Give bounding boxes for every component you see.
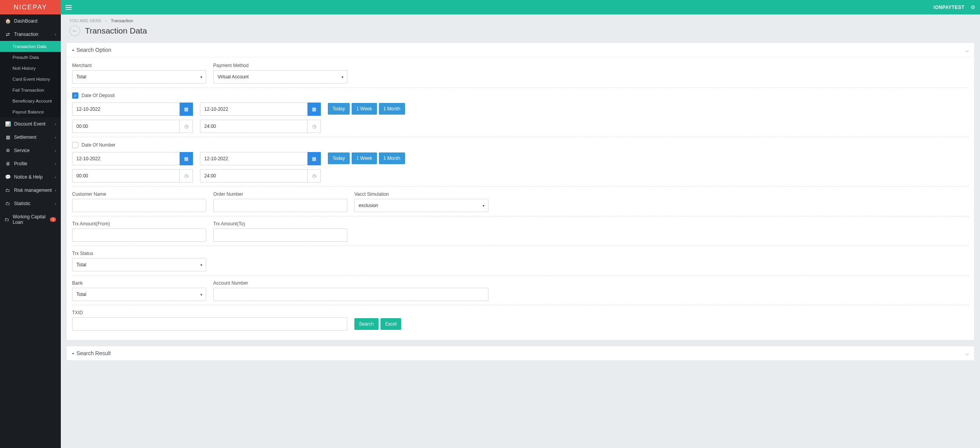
collapse-toggle[interactable]: ⌵ (966, 47, 969, 53)
payment-method-select[interactable] (213, 70, 347, 83)
trx-amount-from-input[interactable] (72, 228, 206, 242)
panel-search-result: ▪▪ Search Result ⌵ (66, 346, 975, 361)
number-week-button[interactable]: 1 Week (352, 152, 377, 164)
clock-icon[interactable]: ◷ (308, 169, 321, 182)
nav-label: Payout Balance (12, 110, 44, 114)
nav-label: DashBoard (14, 18, 37, 24)
nav-label: Risk management (14, 188, 52, 193)
page-title: Transaction Data (85, 26, 147, 35)
chevron-left-icon: ‹ (55, 175, 56, 179)
nav-label: Preauth Data (12, 55, 39, 60)
grid-icon: ▪▪ (72, 351, 73, 356)
nav-sub-preauth[interactable]: Preauth Data (0, 52, 61, 63)
date-deposit-checkbox[interactable]: ✓ (72, 92, 78, 99)
nav-sub-noti-history[interactable]: Noti History (0, 63, 61, 74)
number-from-time[interactable] (72, 169, 180, 182)
nav-dashboard[interactable]: 🏠 DashBoard (0, 14, 61, 28)
clock-icon[interactable]: ◷ (308, 120, 321, 133)
calendar-icon[interactable]: ▦ (308, 103, 321, 116)
number-month-button[interactable]: 1 Month (379, 152, 405, 164)
trx-status-select[interactable] (72, 258, 206, 271)
chevron-left-icon: ‹ (55, 188, 56, 193)
deposit-today-button[interactable]: Today (328, 103, 350, 115)
nav-service[interactable]: ⚙ Service ‹ (0, 144, 61, 157)
topbar: NICEPAY IONPAYTEST ⚙ (0, 0, 980, 14)
merchant-select[interactable] (72, 70, 206, 83)
exchange-icon: ⇄ (5, 32, 11, 37)
topbar-right: IONPAYTEST ⚙ (933, 4, 980, 10)
chart-icon: 📊 (5, 121, 11, 127)
nav-loan[interactable]: 🗀 Working Capital Loan N (0, 210, 61, 229)
deposit-month-button[interactable]: 1 Month (379, 103, 405, 115)
nav-notice[interactable]: 💬 Notice & Help ‹ (0, 170, 61, 184)
nav-risk[interactable]: 🗀 Risk management ‹ (0, 184, 61, 197)
deposit-to-time[interactable] (200, 120, 308, 133)
back-button[interactable]: ← (69, 25, 80, 36)
collapse-toggle[interactable]: ⌵ (966, 350, 969, 356)
folder-icon: 🗀 (5, 188, 11, 193)
number-today-button[interactable]: Today (328, 152, 350, 164)
chevron-left-icon: ‹ (55, 202, 56, 206)
chat-icon: 💬 (5, 174, 11, 180)
customer-name-label: Customer Name (72, 191, 206, 197)
customer-name-input[interactable] (72, 199, 206, 212)
number-from-date[interactable] (72, 152, 180, 165)
clock-icon[interactable]: ◷ (180, 169, 193, 182)
brand-logo[interactable]: NICEPAY (0, 0, 61, 14)
excel-button[interactable]: Excel (380, 318, 401, 330)
txid-label: TXID (72, 310, 347, 315)
deposit-from-time[interactable] (72, 120, 180, 133)
calendar-icon[interactable]: ▦ (180, 152, 193, 165)
merchant-label: Merchant (72, 63, 206, 68)
dashboard-icon: 🏠 (5, 18, 11, 24)
nav-discount[interactable]: 📊 Discount Event ‹ (0, 117, 61, 131)
nav-settlement[interactable]: ▦ Settlement ‹ (0, 131, 61, 144)
nav-sub-transaction-data[interactable]: Transaction Data (0, 41, 61, 52)
clock-icon[interactable]: ◷ (180, 120, 193, 133)
nav-sub-card-event[interactable]: Card Event History (0, 74, 61, 85)
calendar-icon[interactable]: ▦ (308, 152, 321, 165)
deposit-week-button[interactable]: 1 Week (352, 103, 377, 115)
vacct-sim-select[interactable] (354, 199, 488, 212)
arrow-left-icon: ← (72, 28, 78, 34)
breadcrumb: YOU ARE HERE › Transaction (61, 14, 980, 23)
nav-sub-payout-balance[interactable]: Payout Balance (0, 106, 61, 117)
account-number-label: Account Number (213, 280, 488, 286)
number-to-date[interactable] (200, 152, 308, 165)
vacct-sim-label: Vacct Simulation (354, 191, 488, 197)
sidebar: 🏠 DashBoard ⇄ Transaction ‹ Transaction … (0, 14, 61, 448)
nav-statistic[interactable]: 🗀 Statistic ‹ (0, 197, 61, 210)
menu-toggle[interactable] (61, 0, 76, 14)
search-button[interactable]: Search (354, 318, 379, 330)
monitor-icon: 🖥 (5, 161, 11, 166)
account-number-input[interactable] (213, 288, 488, 301)
panel-body: Merchant Payment Method ✓ D (67, 57, 974, 340)
deposit-to-date[interactable] (200, 103, 308, 116)
nav-transaction-sub: Transaction Data Preauth Data Noti Histo… (0, 41, 61, 117)
trx-amount-to-input[interactable] (213, 228, 347, 242)
nav-profile[interactable]: 🖥 Profile ‹ (0, 157, 61, 170)
breadcrumb-label: YOU ARE HERE (69, 18, 102, 23)
nav-sub-beneficiary[interactable]: Beneficiary Account (0, 96, 61, 106)
trx-amount-to-label: Trx Amount(To) (213, 221, 347, 227)
bank-select[interactable] (72, 288, 206, 301)
order-number-label: Order Number (213, 191, 347, 197)
nav-transaction[interactable]: ⇄ Transaction ‹ (0, 28, 61, 41)
gear-icon[interactable]: ⚙ (971, 4, 975, 10)
deposit-from-date[interactable] (72, 103, 180, 116)
chevron-left-icon: ‹ (55, 122, 56, 126)
date-number-checkbox[interactable] (72, 142, 78, 148)
number-to-time[interactable] (200, 169, 308, 182)
date-deposit-label: Date Of Deposit (81, 93, 115, 98)
payment-method-label: Payment Method (213, 63, 347, 68)
badge-new: N (50, 217, 57, 222)
txid-input[interactable] (72, 317, 347, 331)
nav-label: Notice & Help (14, 174, 42, 180)
nav-label: Working Capital Loan (12, 214, 47, 225)
nav-label: Settlement (14, 135, 36, 140)
calendar-icon[interactable]: ▦ (180, 103, 193, 116)
user-name[interactable]: IONPAYTEST (933, 5, 964, 10)
panel-title: Search Option (76, 47, 111, 53)
nav-sub-fail-trx[interactable]: Fail Transaction (0, 85, 61, 96)
order-number-input[interactable] (213, 199, 347, 212)
